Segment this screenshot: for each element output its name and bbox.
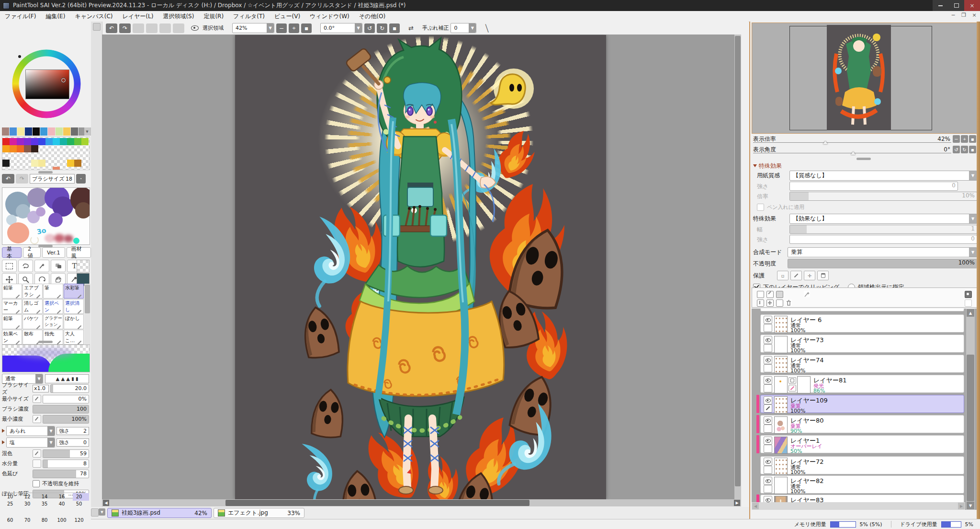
layer-visibility-checkbox[interactable] [764, 316, 772, 324]
palette-swatch[interactable] [24, 138, 31, 145]
tab-scroll-button[interactable] [91, 508, 99, 517]
brush-effect-pen[interactable]: 効果ペン [2, 330, 22, 345]
layer-visibility-checkbox[interactable] [764, 396, 772, 404]
layer-visibility-checkbox[interactable] [764, 477, 772, 485]
palette-swatch[interactable] [31, 145, 38, 152]
color-mixing-pad[interactable]: 3o [2, 187, 90, 245]
layer-visibility-checkbox[interactable] [764, 458, 772, 466]
fx-section-header[interactable]: 特殊効果 [753, 161, 978, 170]
noise1-strength[interactable]: 強さ2 [56, 427, 89, 435]
cut-button[interactable] [133, 23, 144, 33]
brush-pencil2[interactable]: 鉛筆 [2, 314, 22, 329]
palette-swatch[interactable] [60, 138, 67, 145]
layer-flag-checkbox[interactable] [764, 344, 772, 352]
swatch[interactable] [33, 127, 40, 136]
pressure-toggle-icon[interactable] [33, 460, 41, 468]
preset-size[interactable]: 16 [54, 494, 70, 500]
mdi-window-buttons[interactable]: ─❐× [949, 12, 978, 18]
angle-slider-handle[interactable] [851, 151, 856, 155]
menu-view[interactable]: ビュー(V) [270, 11, 305, 22]
brush-gradient[interactable]: グラデーション [43, 314, 63, 329]
layer-list-hscrollbar[interactable]: ◀ ▶ [752, 502, 965, 510]
close-button[interactable]: × [964, 0, 980, 11]
layer-list-vscrollbar[interactable]: ▲ ▼ [966, 309, 975, 510]
redo-color-button[interactable]: ↷ [16, 174, 28, 184]
preset-size[interactable]: 80 [36, 517, 53, 523]
rotate-ccw-button[interactable]: ↺ [364, 23, 375, 33]
preset-size[interactable]: 20 [71, 494, 87, 500]
palette-swatch[interactable] [2, 138, 10, 145]
undo-button[interactable]: ↶ [106, 23, 117, 33]
rotate-reset-button[interactable]: ▪ [969, 146, 976, 153]
zoom-reset-button[interactable]: ▪ [301, 23, 312, 33]
flip-horizontal-icon[interactable]: ⇄ [408, 24, 414, 32]
tab-basic[interactable]: 基本 [2, 247, 22, 258]
effect-width-slider[interactable]: 1 [789, 225, 977, 234]
tab-binary[interactable]: 2値 [23, 247, 41, 258]
palette-swatch[interactable] [74, 160, 81, 167]
layer-flag-checkbox[interactable] [764, 485, 772, 493]
layer-row[interactable]: レイヤー74 通常 100% [760, 355, 964, 373]
layer-flag-checkbox[interactable] [764, 466, 772, 474]
palette-swatch[interactable] [31, 138, 38, 145]
angle-combo[interactable]: 0.0°▼ [320, 23, 362, 33]
preset-size[interactable]: 25 [2, 501, 18, 507]
copy-layer-icon[interactable] [776, 299, 783, 307]
layer-flag-checkbox[interactable] [764, 324, 772, 332]
pressure-toggle-icon[interactable] [33, 449, 41, 458]
menu-selection[interactable]: 選択領域(S) [158, 11, 199, 22]
protect-lock-icon[interactable] [817, 271, 829, 280]
navigator[interactable] [752, 23, 979, 134]
panel-splitter[interactable] [38, 171, 53, 173]
zoom-slider-handle[interactable] [823, 141, 828, 144]
noise2-combo[interactable]: 塩▼ [6, 437, 55, 448]
mask-edit-checkbox[interactable] [789, 385, 796, 391]
size-slider[interactable]: 20.0 [50, 384, 89, 393]
palette-swatch[interactable] [10, 138, 17, 145]
zoom-combo[interactable]: 42%▼ [232, 23, 274, 33]
layer-row-partial[interactable] [760, 309, 964, 311]
palette-swatch[interactable] [74, 138, 81, 145]
density-slider[interactable]: 100 [33, 405, 89, 414]
palette-swatch[interactable] [67, 160, 74, 167]
brush-grid-scrollbar[interactable] [84, 284, 90, 345]
protect-opacity-icon[interactable]: ▫ [777, 271, 789, 280]
palette-swatch[interactable] [17, 138, 24, 145]
brush-blur[interactable]: ぼかし [64, 314, 84, 329]
menu-ruler[interactable]: 定規(R) [199, 11, 228, 22]
palette-swatch[interactable] [2, 160, 10, 167]
paper-scale-slider[interactable]: 10% [789, 192, 977, 201]
zoom-reset-button[interactable]: ▪ [969, 135, 976, 143]
brush-brush[interactable]: 筆 [43, 284, 63, 299]
brush-size-value[interactable]: 18 [66, 176, 72, 182]
preset-size[interactable]: 10 [2, 494, 18, 500]
rotate-cw-button[interactable]: ↻ [377, 23, 387, 33]
palette-swatch[interactable] [2, 145, 10, 152]
layer-row[interactable]: レイヤー81 発光 86% [760, 375, 964, 393]
brush-size-commit-button[interactable]: ・ [76, 174, 86, 184]
title-bar[interactable]: PaintTool SAI Ver.2 (64bit) Preview.2024… [0, 0, 980, 11]
brush-tip-selector[interactable]: ▲ ▲ ▲ ▮ ▮ [45, 374, 89, 383]
swatch-dropdown-icon[interactable]: ▼ [84, 127, 90, 136]
brush-marker[interactable]: マーカー [2, 299, 22, 314]
layer-set-icon[interactable] [965, 299, 972, 307]
swatch[interactable] [56, 127, 63, 136]
paper-strength-slider[interactable]: 0 [789, 182, 958, 191]
layer-visibility-checkbox[interactable] [764, 376, 772, 384]
brush-bucket[interactable]: バケツ [23, 314, 43, 329]
palette-swatch[interactable] [31, 160, 38, 167]
preset-size[interactable]: 30 [19, 501, 35, 507]
layer-flag-checkbox[interactable] [764, 384, 772, 392]
saturation-value-box[interactable] [25, 69, 69, 99]
menu-others[interactable]: その他(O) [354, 11, 390, 22]
preset-size[interactable]: 50 [71, 501, 87, 507]
layer-visibility-checkbox[interactable] [764, 356, 772, 364]
min-density-slider[interactable]: 100% [43, 415, 89, 424]
layer-row[interactable]: レイヤー80 乗算 90% [760, 415, 964, 433]
merge-down-icon[interactable] [757, 299, 764, 307]
redo-button[interactable]: ↷ [119, 23, 131, 33]
brush-select-eraser[interactable]: 選択消し [64, 299, 84, 314]
layer-row[interactable]: レイヤー 6 通常 100% [760, 314, 964, 333]
zoom-in-button[interactable]: ＋ [289, 23, 299, 33]
doc-tab-active[interactable]: 袿姫3線画.psd 42% [107, 508, 212, 518]
